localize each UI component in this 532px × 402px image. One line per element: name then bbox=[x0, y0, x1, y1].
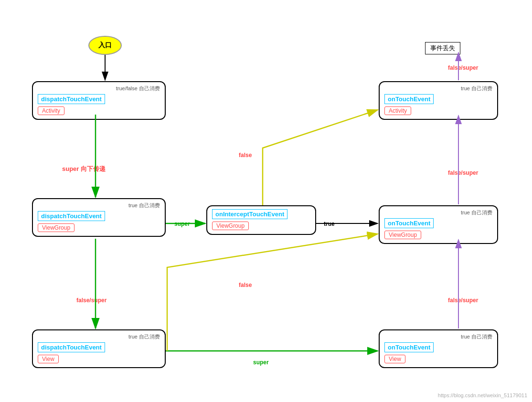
box-ontouch-vg-top-label: true 自己消费 bbox=[384, 209, 492, 216]
box-ontouch-activity-top-label: true 自己消费 bbox=[384, 85, 492, 92]
entry-label: 入口 bbox=[98, 41, 112, 50]
ontouch-view-method: onTouchEvent bbox=[384, 342, 434, 352]
intercept-vg-method: onInterceptTouchEvent bbox=[212, 209, 287, 219]
diagram-container: 入口 事件丢失 true/false 自己消费 dispatchTouchEve… bbox=[0, 0, 532, 402]
label-super-intercept: super bbox=[174, 221, 190, 227]
label-true-vg: true bbox=[324, 221, 335, 227]
watermark: https://blog.csdn.net/weixin_51179011 bbox=[438, 392, 527, 398]
dispatch-activity-method: dispatchTouchEvent bbox=[38, 94, 105, 104]
box-dispatch-viewgroup: true 自己消费 dispatchTouchEvent ViewGroup bbox=[32, 198, 166, 237]
ontouch-view-class: View bbox=[384, 355, 405, 363]
label-false-activity: false bbox=[239, 152, 252, 159]
event-lost-label: 事件丢失 bbox=[430, 44, 455, 52]
box-dispatch-activity: true/false 自己消费 dispatchTouchEvent Activ… bbox=[32, 81, 166, 120]
dispatch-view-method: dispatchTouchEvent bbox=[38, 342, 105, 352]
label-false-super-dispatch-vg: false/super bbox=[76, 297, 106, 304]
entry-oval: 入口 bbox=[88, 36, 122, 55]
box-dispatch-view: true 自己消费 dispatchTouchEvent View bbox=[32, 329, 166, 368]
dispatch-vg-method: dispatchTouchEvent bbox=[38, 211, 105, 221]
label-false-super-ontouch-vg: false/super bbox=[448, 169, 478, 176]
arrow-false-to-ontouch-activity bbox=[263, 110, 378, 205]
ontouch-vg-method: onTouchEvent bbox=[384, 218, 434, 228]
box-dispatch-vg-top-label: true 自己消费 bbox=[38, 202, 160, 209]
ontouch-activity-method: onTouchEvent bbox=[384, 94, 434, 104]
event-lost-box: 事件丢失 bbox=[425, 42, 460, 54]
ontouch-vg-class: ViewGroup bbox=[384, 231, 421, 239]
label-super-down: super 向下传递 bbox=[62, 165, 106, 173]
arrow-false-to-ontouch-vg bbox=[167, 234, 378, 351]
label-super-view: super bbox=[253, 359, 269, 366]
box-ontouch-view-top-label: true 自己消费 bbox=[384, 333, 492, 340]
dispatch-view-class: View bbox=[38, 355, 59, 363]
box-dispatch-view-top-label: true 自己消费 bbox=[38, 333, 160, 340]
box-ontouch-viewgroup: true 自己消费 onTouchEvent ViewGroup bbox=[379, 205, 498, 244]
label-false-intercept: false bbox=[239, 282, 252, 288]
intercept-vg-class: ViewGroup bbox=[212, 222, 249, 230]
label-false-super-activity: false/super bbox=[448, 64, 478, 71]
dispatch-activity-class: Activity bbox=[38, 106, 64, 115]
box-intercept-viewgroup: onInterceptTouchEvent ViewGroup bbox=[206, 205, 316, 235]
box-ontouch-view: true 自己消费 onTouchEvent View bbox=[379, 329, 498, 368]
box-ontouch-activity: true 自己消费 onTouchEvent Activity bbox=[379, 81, 498, 120]
box-dispatch-activity-top-label: true/false 自己消费 bbox=[38, 85, 160, 92]
dispatch-vg-class: ViewGroup bbox=[38, 223, 74, 232]
ontouch-activity-class: Activity bbox=[384, 106, 411, 115]
label-false-super-ontouch-view: false/super bbox=[448, 297, 478, 304]
